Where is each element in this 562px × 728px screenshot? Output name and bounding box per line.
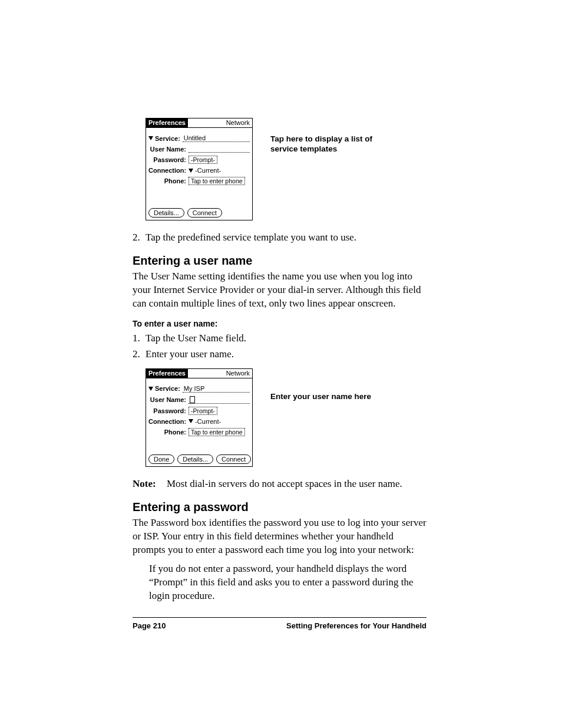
dropdown-icon (189, 419, 193, 423)
step-number: 1. (133, 332, 146, 345)
phone-value: Tap to enter phone (189, 428, 245, 436)
service-label: Service: (155, 385, 183, 392)
paragraph: If you do not enter a password, your han… (149, 562, 427, 603)
phone-value: Tap to enter phone (189, 177, 245, 185)
screenshot-1: Preferences Network Service: Untitled Us… (146, 118, 253, 220)
phone-label: Phone: (148, 429, 189, 436)
password-value: -Prompt- (189, 407, 217, 415)
service-value: My ISP (183, 385, 250, 393)
callout-2: Enter your user name here (270, 368, 371, 402)
step-text: Tap the predefined service template you … (146, 231, 356, 245)
connect-button: Connect (187, 208, 222, 218)
note-label: Note: (133, 477, 167, 491)
heading-password: Entering a password (133, 500, 427, 514)
connection-label: Connection: (148, 418, 189, 425)
service-value: Untitled (183, 134, 250, 142)
screenshot-menu: Network (188, 369, 252, 378)
document-page: Preferences Network Service: Untitled Us… (0, 0, 562, 689)
page-number: Page 210 (133, 621, 166, 630)
note: Note: Most dial-in servers do not accept… (133, 477, 427, 491)
dropdown-icon (148, 387, 153, 391)
username-value (189, 396, 250, 404)
paragraph: The Password box identifies the password… (133, 516, 427, 557)
figure-2: Preferences Network Service: My ISP User… (133, 368, 427, 467)
password-value: -Prompt- (189, 156, 217, 164)
dropdown-icon (189, 169, 193, 173)
paragraph: The User Name setting identifies the nam… (133, 270, 427, 311)
done-button: Done (148, 454, 174, 464)
list-item: 2. Tap the predefined service template y… (133, 231, 427, 245)
connection-value: -Current- (195, 167, 221, 174)
note-text: Most dial-in servers do not accept space… (167, 477, 402, 491)
step-text: Tap the User Name field. (146, 332, 246, 345)
dropdown-icon (148, 136, 153, 140)
cursor-icon (190, 396, 195, 403)
connect-button: Connect (216, 454, 251, 464)
step-number: 2. (133, 231, 146, 245)
password-label: Password: (148, 156, 189, 163)
page-footer: Page 210 Setting Preferences for Your Ha… (133, 617, 427, 630)
chapter-title: Setting Preferences for Your Handheld (286, 621, 427, 630)
screenshot-title: Preferences (146, 118, 188, 128)
connection-value: -Current- (195, 418, 221, 425)
phone-label: Phone: (148, 177, 189, 185)
connection-label: Connection: (148, 167, 189, 174)
subheading: To enter a user name: (133, 319, 427, 328)
details-button: Details... (177, 454, 213, 464)
callout-1: Tap here to display a list of service te… (270, 118, 376, 154)
password-label: Password: (148, 407, 189, 414)
service-label: Service: (155, 135, 183, 142)
list-item: 2. Enter your user name. (133, 348, 427, 361)
screenshot-2: Preferences Network Service: My ISP User… (146, 368, 253, 467)
step-text: Enter your user name. (146, 348, 234, 361)
list-item: 1. Tap the User Name field. (133, 332, 427, 345)
heading-username: Entering a user name (133, 254, 427, 268)
figure-1: Preferences Network Service: Untitled Us… (133, 118, 427, 220)
username-label: User Name: (148, 146, 189, 153)
step-number: 2. (133, 348, 146, 361)
username-label: User Name: (148, 396, 189, 403)
username-value (189, 145, 250, 153)
details-button: Details... (148, 208, 184, 218)
screenshot-menu: Network (188, 118, 252, 128)
screenshot-title: Preferences (146, 369, 188, 378)
